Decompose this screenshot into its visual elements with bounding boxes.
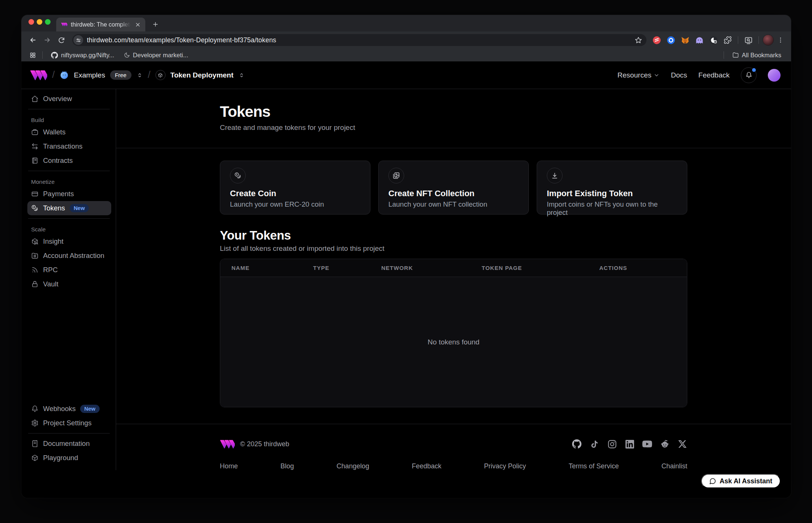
sidebar-divider bbox=[28, 218, 110, 219]
card-title: Create NFT Collection bbox=[388, 189, 519, 198]
new-tab-button[interactable] bbox=[150, 19, 161, 30]
project-cube-icon bbox=[155, 70, 166, 80]
bookmark-item[interactable]: niftyswap.gg/Nifty... bbox=[47, 50, 118, 60]
create-coin-card[interactable]: Create Coin Launch your own ERC-20 coin bbox=[220, 161, 370, 215]
footer-link-chainlist[interactable]: Chainlist bbox=[661, 462, 687, 470]
close-window-button[interactable] bbox=[28, 19, 34, 25]
minimize-window-button[interactable] bbox=[37, 19, 42, 25]
browser-tab[interactable]: thirdweb: The complete web3 bbox=[56, 18, 145, 31]
sidebar-item-overview[interactable]: Overview bbox=[27, 92, 111, 106]
footer-link-blog[interactable]: Blog bbox=[281, 462, 294, 470]
url-bar[interactable]: thirdweb.com/team/examples/Token-Deploym… bbox=[72, 34, 646, 46]
bookmark-item[interactable]: Developer marketi... bbox=[120, 50, 192, 60]
breadcrumb-separator: / bbox=[148, 69, 151, 80]
sidebar-item-account-abstraction[interactable]: Account Abstraction bbox=[27, 249, 111, 263]
red-badge-extension-icon[interactable] bbox=[650, 34, 663, 46]
bookmark-star-icon[interactable] bbox=[634, 36, 643, 45]
bell-icon bbox=[745, 72, 752, 79]
card-title: Create Coin bbox=[230, 189, 360, 198]
sidebar-divider bbox=[28, 109, 110, 109]
download-icon bbox=[547, 168, 563, 183]
sidebar-item-contracts[interactable]: Contracts bbox=[27, 153, 111, 168]
sidebar-divider bbox=[28, 171, 110, 171]
sidebar-item-wallets[interactable]: Wallets bbox=[27, 125, 111, 139]
back-icon[interactable] bbox=[27, 34, 39, 46]
new-badge: New bbox=[70, 204, 89, 212]
sidebar-section-scale: Scale bbox=[31, 226, 111, 233]
youtube-icon[interactable] bbox=[642, 439, 652, 449]
sidebar-item-tokens[interactable]: Tokens New bbox=[27, 201, 111, 215]
project-switcher-chevrons-icon[interactable] bbox=[238, 72, 245, 79]
kebab-menu-icon[interactable] bbox=[775, 34, 786, 46]
app-header: / Examples Free / Token Deployment bbox=[21, 61, 791, 89]
nav-feedback[interactable]: Feedback bbox=[699, 71, 730, 79]
thirdweb-logo[interactable] bbox=[30, 70, 47, 80]
wallet-icon bbox=[31, 128, 39, 136]
footer-link-privacy-policy[interactable]: Privacy Policy bbox=[484, 462, 526, 470]
footer-link-changelog[interactable]: Changelog bbox=[337, 462, 369, 470]
fullscreen-window-button[interactable] bbox=[45, 19, 51, 25]
user-avatar[interactable] bbox=[768, 69, 781, 82]
folder-box-icon bbox=[31, 252, 39, 259]
x-icon[interactable] bbox=[678, 439, 687, 449]
toolbar-separator bbox=[738, 36, 738, 44]
card-description: Launch your own NFT collection bbox=[388, 200, 519, 209]
footer-link-home[interactable]: Home bbox=[220, 462, 238, 470]
nav-resources[interactable]: Resources bbox=[617, 71, 660, 79]
metamask-fox-icon[interactable] bbox=[679, 34, 691, 46]
page-header: Tokens Create and manage tokens for your… bbox=[116, 89, 791, 148]
linkedin-icon[interactable] bbox=[625, 439, 634, 449]
nav-docs[interactable]: Docs bbox=[671, 71, 687, 79]
thirdweb-app: / Examples Free / Token Deployment bbox=[21, 61, 791, 470]
create-nft-collection-card[interactable]: Create NFT Collection Launch your own NF… bbox=[378, 161, 529, 215]
new-badge: New bbox=[80, 405, 100, 413]
all-bookmarks-label: All Bookmarks bbox=[742, 52, 781, 59]
import-existing-token-card[interactable]: Import Existing Token Import coins or NF… bbox=[537, 161, 687, 215]
footer-links: Home Blog Changelog Feedback Privacy Pol… bbox=[220, 462, 687, 470]
notifications-button[interactable] bbox=[741, 67, 757, 83]
images-icon bbox=[388, 168, 404, 183]
apps-grid-icon[interactable] bbox=[27, 50, 38, 60]
github-icon[interactable] bbox=[572, 439, 582, 449]
tiktok-icon[interactable] bbox=[590, 439, 599, 449]
book-icon bbox=[31, 440, 39, 447]
site-info-icon[interactable] bbox=[73, 35, 83, 45]
forward-icon[interactable] bbox=[41, 34, 54, 46]
dark-clock-extension-icon[interactable] bbox=[707, 34, 720, 46]
all-bookmarks-button[interactable]: All Bookmarks bbox=[728, 50, 785, 60]
sidebar-item-payments[interactable]: Payments bbox=[27, 187, 111, 201]
url-text: thirdweb.com/team/examples/Token-Deploym… bbox=[87, 36, 630, 44]
sidebar: Overview Build Wallets Transactions Co bbox=[21, 89, 116, 470]
sidebar-item-playground[interactable]: Playground bbox=[27, 451, 111, 465]
footer-link-feedback[interactable]: Feedback bbox=[412, 462, 441, 470]
blue-ring-extension-icon[interactable] bbox=[664, 34, 677, 46]
reddit-icon[interactable] bbox=[660, 439, 670, 449]
project-name[interactable]: Token Deployment bbox=[170, 71, 234, 79]
sidebar-item-transactions[interactable]: Transactions bbox=[27, 139, 111, 153]
puzzle-extensions-icon[interactable] bbox=[721, 34, 734, 46]
home-icon bbox=[31, 95, 39, 103]
sidebar-item-vault[interactable]: Vault bbox=[27, 277, 111, 291]
sidebar-item-documentation[interactable]: Documentation bbox=[27, 437, 111, 451]
header-nav: Resources Docs Feedback bbox=[617, 67, 781, 83]
team-switcher-chevrons-icon[interactable] bbox=[136, 72, 143, 79]
page-title: Tokens bbox=[220, 103, 687, 121]
bookmarks-separator bbox=[724, 51, 724, 59]
sidebar-item-insight[interactable]: Insight bbox=[27, 234, 111, 249]
phantom-ghost-icon[interactable] bbox=[693, 34, 706, 46]
sidebar-item-rpc[interactable]: RPC bbox=[27, 263, 111, 277]
instagram-icon[interactable] bbox=[607, 439, 617, 449]
browser-window: thirdweb: The complete web3 bbox=[21, 15, 791, 498]
tab-close-icon[interactable] bbox=[134, 21, 142, 28]
footer-link-terms-of-service[interactable]: Terms of Service bbox=[569, 462, 619, 470]
team-name[interactable]: Examples bbox=[74, 71, 105, 79]
gear-icon bbox=[31, 419, 39, 427]
browser-profile-avatar[interactable] bbox=[763, 34, 774, 46]
column-header-type: TYPE bbox=[313, 265, 381, 271]
screen-search-icon[interactable] bbox=[742, 34, 755, 46]
sidebar-item-project-settings[interactable]: Project Settings bbox=[27, 416, 111, 430]
column-header-actions: ACTIONS bbox=[599, 265, 687, 271]
ask-ai-assistant-button[interactable]: Ask AI Assistant bbox=[701, 474, 781, 488]
sidebar-item-webhooks[interactable]: Webhooks New bbox=[27, 402, 111, 416]
reload-icon[interactable] bbox=[55, 34, 68, 46]
